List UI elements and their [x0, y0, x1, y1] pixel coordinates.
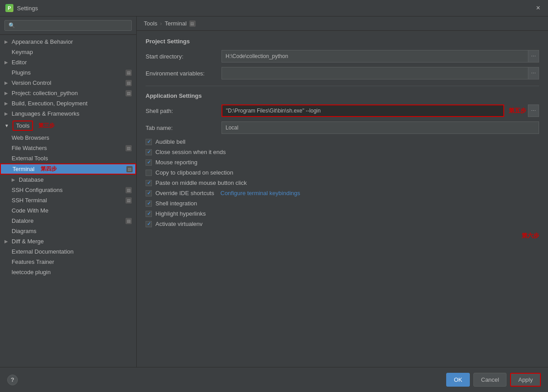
project-settings-title: Project Settings	[146, 38, 539, 45]
tab-name-input[interactable]	[222, 121, 539, 134]
sidebar-item-label: Project: collection_python	[12, 90, 78, 96]
checkbox-copy-clipboard: Copy to clipboard on selection	[146, 169, 539, 176]
start-directory-field: ⋯	[222, 50, 539, 63]
shell-integration-label: Shell integration	[155, 200, 197, 207]
highlight-hyperlinks-label: Highlight hyperlinks	[155, 210, 206, 217]
title-bar: P Settings ×	[0, 0, 548, 17]
shell-path-browse-btn[interactable]: ⋯	[528, 104, 539, 117]
sidebar-item-code-with-me[interactable]: Code With Me	[0, 205, 136, 216]
checkbox-audible-bell: Audible bell	[146, 138, 539, 145]
sidebar-item-label: Languages & Frameworks	[12, 110, 79, 117]
sidebar-item-leetcode[interactable]: leetcode plugin	[0, 267, 136, 277]
sidebar-item-diff-merge[interactable]: ▶ Diff & Merge	[0, 236, 136, 246]
chevron-icon: ▶	[12, 177, 15, 182]
settings-dialog: P Settings × ▶ Appearance & Behavior Key…	[0, 0, 548, 392]
sidebar-item-label: Keymap	[12, 49, 33, 55]
sidebar-item-languages[interactable]: ▶ Languages & Frameworks	[0, 108, 136, 119]
chevron-icon: ▶	[4, 239, 8, 244]
tab-name-label: Tab name:	[146, 125, 222, 131]
start-directory-row: Start directory: ⋯	[146, 50, 539, 63]
checkbox-shell-integration: Shell integration	[146, 200, 539, 207]
close-session-checkbox[interactable]	[146, 149, 152, 155]
mouse-reporting-checkbox[interactable]	[146, 159, 152, 166]
env-variables-label: Environment variables:	[146, 70, 222, 77]
sidebar-item-diagrams[interactable]: Diagrams	[0, 226, 136, 236]
copy-clipboard-checkbox[interactable]	[146, 170, 152, 176]
sidebar-item-label: Database	[19, 176, 44, 183]
mouse-reporting-label: Mouse reporting	[155, 159, 197, 166]
sidebar-item-label: leetcode plugin	[12, 269, 50, 275]
override-ide-checkbox[interactable]	[146, 190, 152, 196]
override-ide-label: Override IDE shortcuts	[155, 190, 214, 196]
shell-path-container: 第五步 ⋯	[222, 104, 539, 117]
sidebar-item-label: Version Control	[12, 79, 51, 86]
breadcrumb: Tools › Terminal ▤	[137, 17, 548, 31]
highlight-hyperlinks-checkbox[interactable]	[146, 211, 152, 217]
step5-label: 第五步	[509, 107, 526, 115]
step3-label: 第三步	[38, 122, 54, 129]
sidebar-item-editor[interactable]: ▶ Editor	[0, 57, 136, 67]
cancel-button[interactable]: Cancel	[473, 373, 506, 387]
sidebar-item-external-docs[interactable]: External Documentation	[0, 246, 136, 257]
checkbox-activate-virtualenv: Activate virtualenv	[146, 221, 539, 227]
activate-virtualenv-checkbox[interactable]	[146, 221, 152, 227]
sidebar-item-label: SSH Configurations	[12, 187, 63, 193]
checkbox-close-session: Close session when it ends	[146, 149, 539, 155]
sidebar-item-database[interactable]: ▶ Database	[0, 175, 136, 185]
breadcrumb-separator: ›	[160, 20, 162, 27]
chevron-icon: ▶	[4, 60, 8, 65]
chevron-icon: ▶	[4, 101, 8, 106]
sidebar-item-features-trainer[interactable]: Features Trainer	[0, 257, 136, 267]
sidebar-item-label: Diff & Merge	[12, 238, 44, 245]
sidebar-item-terminal[interactable]: Terminal 第四步 ▤	[0, 163, 136, 175]
sidebar-item-label: Build, Execution, Deployment	[12, 100, 88, 107]
project-icon: ▤	[125, 90, 132, 96]
start-directory-browse-btn[interactable]: ⋯	[528, 50, 539, 63]
chevron-icon: ▶	[4, 91, 8, 96]
help-button[interactable]: ?	[7, 375, 18, 385]
sidebar-item-file-watchers[interactable]: File Watchers ▤	[0, 143, 136, 153]
checkbox-paste-middle: Paste on middle mouse button click	[146, 179, 539, 186]
audible-bell-checkbox[interactable]	[146, 139, 152, 145]
sidebar-item-ssh-terminal[interactable]: SSH Terminal ▤	[0, 195, 136, 205]
paste-middle-label: Paste on middle mouse button click	[155, 179, 247, 186]
main-panel: Tools › Terminal ▤ Project Settings Star…	[137, 17, 548, 367]
sidebar-item-version-control[interactable]: ▶ Version Control ▤	[0, 78, 136, 88]
paste-middle-checkbox[interactable]	[146, 180, 152, 186]
shell-integration-checkbox[interactable]	[146, 200, 152, 207]
sidebar-item-label: Datalore	[12, 217, 33, 224]
plugin-icon: ▤	[125, 70, 132, 76]
sidebar-item-label: Plugins	[12, 69, 31, 76]
copy-clipboard-label: Copy to clipboard on selection	[155, 169, 233, 176]
ssh-cfg-icon: ▤	[125, 187, 132, 193]
bottom-bar: ? OK Cancel Apply	[0, 367, 548, 392]
shell-path-input[interactable]	[222, 104, 504, 117]
sidebar-item-datalore[interactable]: Datalore ▤	[0, 216, 136, 226]
activate-virtualenv-label: Activate virtualenv	[155, 221, 203, 227]
chevron-icon: ▶	[4, 80, 8, 85]
sidebar-item-label: Editor	[12, 59, 27, 66]
sidebar-item-tools[interactable]: ▼ Tools 第三步	[0, 119, 136, 133]
search-input[interactable]	[4, 20, 132, 31]
sidebar-item-build[interactable]: ▶ Build, Execution, Deployment	[0, 98, 136, 108]
nav-list: ▶ Appearance & Behavior Keymap ▶ Editor …	[0, 35, 136, 367]
sidebar-item-keymap[interactable]: Keymap	[0, 47, 136, 57]
start-directory-label: Start directory:	[146, 53, 222, 60]
ssh-term-icon: ▤	[125, 197, 132, 204]
apply-button[interactable]: Apply	[510, 373, 541, 387]
sidebar-item-external-tools[interactable]: External Tools	[0, 153, 136, 163]
sidebar-item-project[interactable]: ▶ Project: collection_python ▤	[0, 88, 136, 98]
sidebar-item-ssh-configurations[interactable]: SSH Configurations ▤	[0, 185, 136, 195]
vc-icon: ▤	[125, 80, 132, 86]
sidebar-item-plugins[interactable]: Plugins ▤	[0, 67, 136, 78]
env-variables-input[interactable]	[222, 67, 528, 79]
sidebar-item-label: External Documentation	[12, 248, 74, 255]
configure-keybindings-link[interactable]: Configure terminal keybindings	[221, 190, 300, 196]
start-directory-input[interactable]	[222, 50, 528, 63]
sidebar-item-appearance[interactable]: ▶ Appearance & Behavior	[0, 37, 136, 47]
ok-button[interactable]: OK	[446, 373, 470, 387]
sidebar-item-web-browsers[interactable]: Web Browsers	[0, 133, 136, 143]
close-button[interactable]: ×	[534, 4, 543, 13]
env-variables-browse-btn[interactable]: ⋯	[528, 67, 539, 79]
settings-content: Project Settings Start directory: ⋯ Envi…	[137, 31, 548, 367]
